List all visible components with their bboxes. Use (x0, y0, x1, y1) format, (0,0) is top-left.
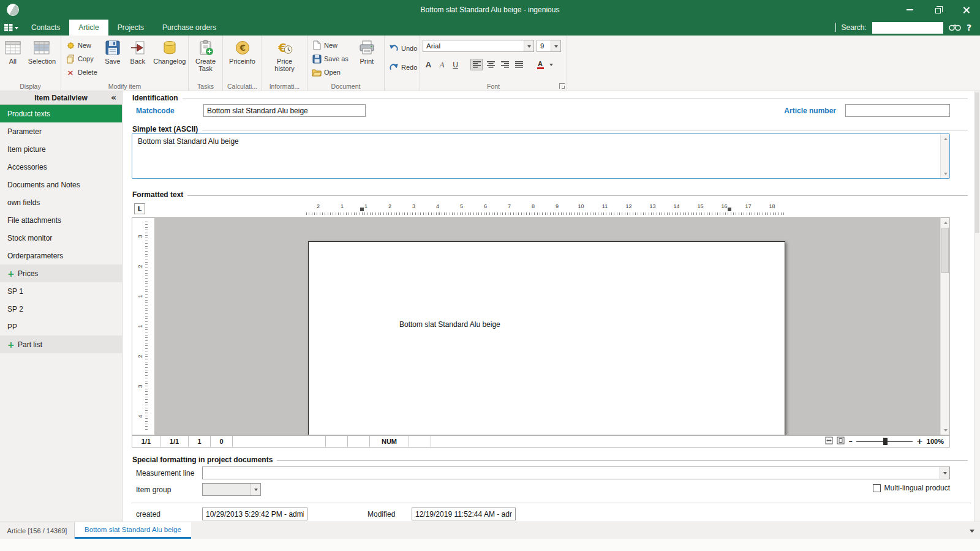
margin-marker-icon[interactable] (728, 208, 731, 211)
font-size-combo[interactable]: 9 (537, 40, 561, 52)
zoom-fit-page-button[interactable] (837, 437, 845, 446)
sidebar-item-documents-and-notes[interactable]: Documents and Notes (0, 176, 122, 193)
maximize-restore-button[interactable] (924, 0, 952, 20)
scroll-down-icon[interactable] (941, 425, 950, 435)
align-left-button[interactable] (470, 59, 483, 70)
scroll-up-icon[interactable] (941, 134, 950, 143)
simple-text-value[interactable]: Bottom slat Standard Alu beige (132, 134, 940, 178)
app-menu-button[interactable] (0, 20, 22, 36)
collapse-ribbon-button[interactable] (835, 23, 836, 32)
chevron-down-icon[interactable] (251, 484, 260, 495)
new-document-icon (312, 40, 322, 50)
tab-stop-selector-button[interactable]: L (134, 203, 145, 214)
tab-list-dropdown[interactable] (964, 522, 980, 539)
align-justify-button[interactable] (513, 59, 525, 70)
copy-item-button[interactable]: Copy (64, 52, 99, 66)
editor-scrollbar[interactable] (940, 218, 949, 435)
multilingual-checkbox[interactable] (873, 484, 881, 492)
sidebar-item-orderparameters[interactable]: Orderparameters (0, 247, 122, 264)
sidebar-item-own-fields[interactable]: own fields (0, 193, 122, 211)
tab-article[interactable]: Article (69, 20, 108, 36)
minimize-button[interactable] (895, 0, 924, 20)
bottom-tab-current-article[interactable]: Bottom slat Standard Alu beige (75, 522, 191, 539)
status-num-lock: NUM (370, 436, 409, 447)
vertical-ruler[interactable]: 3211234 (140, 222, 148, 431)
dialog-launcher-icon[interactable] (559, 83, 565, 89)
bottom-tab-article-list[interactable]: Article [156 / 14369] (0, 522, 75, 539)
display-selection-button[interactable]: Selection (27, 37, 57, 65)
sidebar-item-pp[interactable]: PP (0, 318, 122, 335)
zoom-slider[interactable] (856, 437, 913, 446)
sidebar-item-parameter[interactable]: Parameter (0, 122, 122, 140)
sidebar-item-file-attachments[interactable]: File attachments (0, 211, 122, 229)
chevron-down-icon[interactable] (551, 40, 560, 51)
font-color-dropdown[interactable] (548, 59, 554, 70)
priceinfo-button[interactable]: € Priceinfo (225, 37, 259, 65)
back-button[interactable]: Back (126, 37, 149, 65)
undo-button[interactable]: Undo (387, 42, 419, 55)
measurement-line-combo[interactable] (202, 467, 950, 479)
sidebar-item-part-list[interactable]: +Part list (0, 335, 122, 353)
measurement-line-input[interactable] (203, 467, 940, 479)
collapse-sidebar-button[interactable]: « (111, 92, 116, 102)
advanced-search-button[interactable] (949, 23, 961, 33)
article-number-input[interactable] (845, 104, 950, 117)
document-page[interactable]: Bottom slat Standard Alu beige (308, 241, 785, 435)
search-input[interactable] (872, 22, 943, 34)
chevron-down-icon[interactable] (940, 467, 949, 479)
document-new-button[interactable]: New (310, 39, 350, 52)
font-family-combo[interactable]: Arial (423, 40, 534, 52)
page-text[interactable]: Bottom slat Standard Alu beige (399, 320, 500, 329)
item-group-combo[interactable] (202, 483, 261, 496)
scroll-up-icon[interactable] (941, 218, 950, 227)
scrollbar-thumb[interactable] (941, 228, 949, 273)
scroll-down-icon[interactable] (941, 169, 950, 178)
zoom-in-button[interactable]: + (916, 438, 923, 445)
save-button[interactable]: Save (102, 37, 124, 65)
sidebar-item-sp-1[interactable]: SP 1 (0, 282, 122, 300)
formatted-text-editor[interactable]: 3211234 Bottom slat Standard Alu beige (132, 217, 950, 435)
price-history-button[interactable]: € Price history (267, 37, 303, 73)
indent-marker-icon[interactable] (360, 208, 364, 211)
editor-canvas[interactable]: Bottom slat Standard Alu beige (154, 218, 940, 435)
zoom-slider-thumb[interactable] (883, 438, 888, 445)
display-all-button[interactable]: All (4, 37, 22, 65)
close-button[interactable] (952, 0, 980, 20)
document-open-button[interactable]: Open (310, 66, 350, 79)
italic-button[interactable]: A (436, 59, 448, 70)
sidebar-item-product-texts[interactable]: Product texts (0, 105, 122, 122)
modified-input[interactable] (412, 508, 516, 520)
bold-button[interactable]: A (423, 59, 434, 70)
redo-button[interactable]: Redo (387, 61, 419, 74)
main-vertical-scrollbar[interactable] (974, 91, 980, 522)
changelog-button[interactable]: Changelog (152, 37, 187, 65)
chevron-down-icon[interactable] (524, 40, 533, 51)
sidebar-item-stock-monitor[interactable]: Stock monitor (0, 229, 122, 247)
document-save-as-button[interactable]: Save as (310, 52, 350, 66)
print-button[interactable]: Print (354, 37, 380, 65)
tab-purchase-orders[interactable]: Purchase orders (153, 20, 225, 36)
status-line: 1 (189, 436, 211, 447)
align-center-button[interactable] (484, 59, 497, 70)
simple-text-scrollbar[interactable] (940, 134, 949, 178)
help-button[interactable]: ? (967, 23, 971, 32)
font-color-button[interactable]: A (534, 59, 546, 70)
sidebar-item-prices[interactable]: +Prices (0, 264, 122, 282)
align-right-button[interactable] (499, 59, 511, 70)
zoom-out-button[interactable]: – (848, 438, 853, 445)
created-input[interactable] (202, 508, 307, 520)
matchcode-input[interactable] (203, 104, 366, 117)
create-task-button[interactable]: Create Task (191, 37, 220, 73)
delete-item-button[interactable]: × Delete (64, 66, 99, 79)
tab-contacts[interactable]: Contacts (22, 20, 69, 36)
zoom-fit-width-button[interactable] (825, 437, 833, 446)
sidebar-item-item-picture[interactable]: Item picture (0, 140, 122, 158)
sidebar-item-sp-2[interactable]: SP 2 (0, 300, 122, 318)
sidebar-item-accessories[interactable]: Accessories (0, 158, 122, 176)
underline-button[interactable]: U (450, 59, 461, 70)
scrollbar-thumb[interactable] (975, 92, 979, 233)
simple-text-area[interactable]: Bottom slat Standard Alu beige (132, 133, 950, 179)
tab-projects[interactable]: Projects (108, 20, 153, 36)
horizontal-ruler[interactable]: 21123456789101112131415161718 (306, 203, 784, 215)
new-item-button[interactable]: New (64, 39, 99, 52)
